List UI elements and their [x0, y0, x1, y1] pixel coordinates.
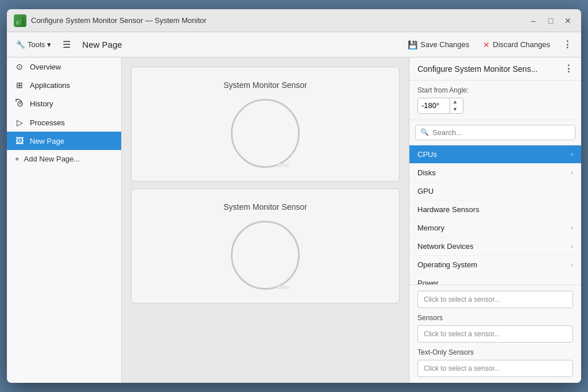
add-icon: +	[15, 155, 20, 163]
svg-rect-0	[16, 21, 18, 25]
svg-rect-1	[19, 19, 21, 25]
sensor-category-label: Network Devices	[417, 242, 474, 251]
sidebar: ⊙ Overview ⊞ Applications History	[7, 57, 122, 383]
search-box: 🔍	[415, 125, 575, 140]
sidebar-item-label: History	[30, 99, 53, 108]
sidebar-item-new-page[interactable]: 🖼 New Page	[7, 132, 121, 150]
main-window: Configure System Monitor Sensor — System…	[7, 9, 581, 383]
hamburger-menu-button[interactable]: ☰	[58, 37, 75, 52]
chevron-right-icon: ›	[571, 151, 573, 157]
angle-down-button[interactable]: ▼	[450, 106, 460, 113]
maximize-button[interactable]: □	[544, 14, 557, 27]
app-icon	[14, 14, 26, 27]
angle-section: Start from Angle: ▲ ▼	[409, 80, 581, 120]
tools-chevron-icon: ▾	[47, 40, 51, 49]
add-new-page-button[interactable]: + Add New Page...	[7, 150, 121, 168]
svg-rect-2	[22, 17, 24, 25]
text-only-sensors-select[interactable]: Click to select a sensor...	[417, 360, 573, 377]
angle-up-button[interactable]: ▲	[450, 98, 460, 106]
sensor-category-label: GPU	[417, 187, 434, 195]
sensor-category-operating-system[interactable]: Operating System ›	[409, 256, 581, 274]
chevron-right-icon: ›	[571, 169, 573, 176]
sidebar-item-label: Applications	[30, 81, 70, 90]
sensor-category-hardware-sensors[interactable]: Hardware Sensors	[409, 201, 581, 219]
search-icon: 🔍	[420, 128, 429, 136]
sensor-category-disks[interactable]: Disks ›	[409, 164, 581, 182]
sensor-card-title-2: System Monitor Sensor	[223, 202, 307, 212]
sidebar-item-label: New Page	[30, 137, 64, 145]
sensor-card-title-1: System Monitor Sensor	[223, 80, 307, 90]
titlebar-controls: – □ ✕	[527, 14, 574, 27]
history-icon	[15, 99, 24, 109]
right-panel-header: Configure System Monitor Sens... ⋮	[409, 57, 581, 80]
search-container: 🔍	[409, 120, 581, 145]
new-page-icon: 🖼	[15, 136, 24, 145]
angle-input[interactable]	[418, 99, 450, 112]
sensor-category-memory[interactable]: Memory ›	[409, 219, 581, 237]
sensor-category-network-devices[interactable]: Network Devices ›	[409, 237, 581, 256]
angle-label: Start from Angle:	[417, 86, 573, 94]
chevron-right-icon: ›	[571, 261, 573, 268]
sensor-card-2[interactable]: System Monitor Sensor	[131, 189, 400, 303]
angle-input-container: ▲ ▼	[417, 98, 463, 114]
text-only-sensors-label: Text-Only Sensors	[417, 348, 573, 356]
right-panel: Configure System Monitor Sens... ⋮ Start…	[409, 57, 581, 383]
toolbar: 🔧 Tools ▾ ☰ New Page 💾 Save Changes ✕ Di…	[7, 32, 581, 57]
sensor-circle-1	[231, 99, 300, 168]
content-area: System Monitor Sensor System Monitor Sen…	[122, 57, 409, 383]
minimize-button[interactable]: –	[527, 14, 540, 27]
sensor-category-label: Disks	[417, 168, 436, 177]
overview-icon: ⊙	[15, 62, 24, 71]
applications-icon: ⊞	[15, 80, 24, 90]
add-label: Add New Page...	[24, 155, 80, 163]
sensor-circle-2	[231, 221, 300, 290]
discard-label: Discard Changes	[493, 40, 550, 49]
sidebar-item-label: Processes	[30, 118, 65, 127]
sensor-category-label: Hardware Sensors	[417, 205, 479, 214]
save-icon: 💾	[408, 40, 417, 49]
sensor-category-gpu[interactable]: GPU	[409, 182, 581, 201]
main-layout: ⊙ Overview ⊞ Applications History	[7, 57, 581, 383]
chevron-right-icon: ›	[571, 224, 573, 231]
window-title: Configure System Monitor Sensor — System…	[31, 16, 207, 25]
sensor-circle-gap-1	[277, 164, 289, 167]
sensors-select[interactable]: Click to select a sensor...	[417, 325, 573, 343]
titlebar: Configure System Monitor Sensor — System…	[7, 9, 581, 32]
discard-icon: ✕	[483, 40, 490, 49]
chevron-right-icon: ›	[571, 243, 573, 249]
sensor-select-section: Click to select a sensor... Sensors Clic…	[409, 285, 581, 383]
sidebar-item-processes[interactable]: ▷ Processes	[7, 113, 121, 132]
close-button[interactable]: ✕	[562, 14, 574, 27]
sensor-list: CPUs › Disks › GPU Hardware Sensors Memo…	[409, 145, 581, 285]
right-panel-overflow-button[interactable]: ⋮	[564, 63, 573, 74]
sensor-category-power[interactable]: Power	[409, 274, 581, 285]
sensor-category-label: CPUs	[417, 150, 437, 159]
tools-menu[interactable]: 🔧 Tools ▾	[11, 38, 56, 51]
sidebar-item-applications[interactable]: ⊞ Applications	[7, 76, 121, 94]
tools-icon: 🔧	[16, 40, 25, 49]
save-changes-button[interactable]: 💾 Save Changes	[402, 37, 475, 52]
sensor-circle-gap-2	[277, 286, 289, 289]
titlebar-left: Configure System Monitor Sensor — System…	[14, 14, 207, 27]
right-panel-title: Configure System Monitor Sens...	[417, 64, 537, 74]
page-title: New Page	[78, 40, 126, 49]
primary-sensor-select[interactable]: Click to select a sensor...	[417, 291, 573, 308]
sidebar-item-history[interactable]: History	[7, 94, 121, 113]
toolbar-overflow-button[interactable]: ⋮	[558, 37, 577, 52]
sensor-category-label: Power	[417, 279, 439, 285]
sensors-label: Sensors	[417, 314, 573, 322]
sidebar-item-label: Overview	[30, 63, 61, 71]
sensor-category-cpus[interactable]: CPUs ›	[409, 145, 581, 164]
processes-icon: ▷	[15, 118, 24, 127]
sensor-category-label: Memory	[417, 224, 444, 232]
sidebar-item-overview[interactable]: ⊙ Overview	[7, 57, 121, 76]
search-input[interactable]	[432, 128, 570, 137]
sensor-category-label: Operating System	[417, 260, 477, 269]
sensor-card-1[interactable]: System Monitor Sensor	[131, 67, 400, 182]
angle-spinners: ▲ ▼	[450, 98, 460, 113]
tools-label: Tools	[28, 40, 45, 49]
discard-changes-button[interactable]: ✕ Discard Changes	[477, 37, 556, 52]
save-label: Save Changes	[420, 40, 469, 49]
